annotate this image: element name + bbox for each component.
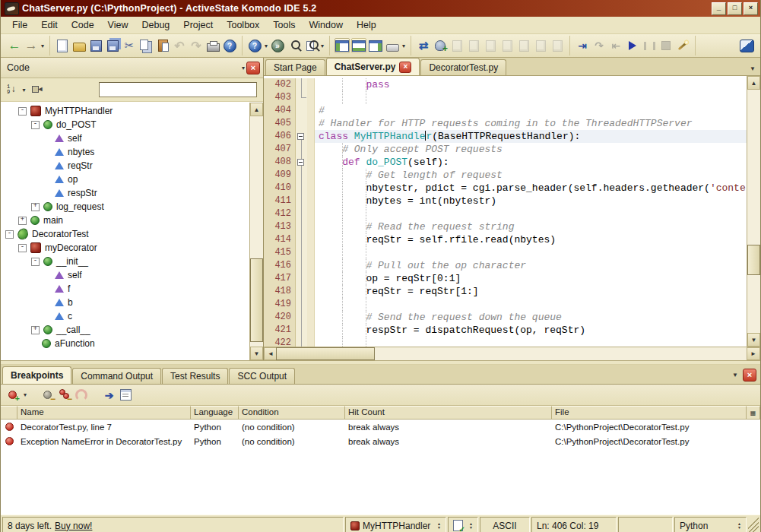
menu-project[interactable]: Project (176, 17, 220, 33)
tab-scc-output[interactable]: SCC Output (229, 368, 295, 384)
code-text[interactable] (315, 207, 747, 220)
dropdown-caret-icon[interactable]: ▾ (402, 43, 405, 49)
tree-item-self[interactable]: self (1, 268, 249, 282)
code-text[interactable]: class MyHTTPHandler(BaseHTTPRequestHandl… (315, 130, 747, 143)
web-icon[interactable]: ? (247, 38, 262, 53)
close-button[interactable]: × (744, 2, 758, 15)
sort-order-icon[interactable]: 19↓ (7, 84, 16, 95)
menu-code[interactable]: Code (65, 17, 101, 33)
tab-start-page[interactable]: Start Page (265, 59, 325, 75)
tree-item-nbytes[interactable]: nbytes (1, 145, 249, 159)
language-segment[interactable]: Python ▲▼ (674, 517, 747, 532)
fold-margin[interactable] (296, 233, 307, 246)
new-file-icon[interactable] (55, 38, 70, 53)
expand-icon[interactable]: + (31, 203, 40, 211)
expand-icon[interactable]: + (18, 217, 27, 225)
copy-icon[interactable] (138, 38, 154, 53)
column-picker-icon[interactable]: ▦ (747, 406, 760, 420)
forward-icon[interactable]: → (24, 38, 39, 53)
column-header-hit-count[interactable]: Hit Count (345, 406, 552, 420)
delete-breakpoint-button[interactable] (74, 388, 88, 402)
menu-toolbox[interactable]: Toolbox (220, 17, 266, 33)
fold-margin[interactable] (296, 285, 307, 298)
tree-item-aFunction[interactable]: aFunction (1, 337, 249, 350)
code-text[interactable]: # Read the request string (315, 220, 747, 233)
code-text[interactable]: reqStr = reqStr[1:] (315, 285, 747, 298)
collapse-icon[interactable]: - (31, 258, 40, 266)
tree-item-self[interactable]: self (1, 131, 249, 145)
komodo-icon[interactable] (739, 38, 754, 53)
fold-margin[interactable] (296, 130, 307, 143)
maximize-button[interactable]: □ (728, 2, 742, 15)
breakpoint-margin[interactable] (307, 311, 315, 324)
breakpoint-margin[interactable] (307, 259, 315, 272)
minimize-button[interactable]: _ (712, 2, 726, 15)
run-icon[interactable] (625, 38, 640, 53)
breakpoint-margin[interactable] (307, 143, 315, 156)
breakpoint-margin[interactable] (307, 220, 315, 233)
scc-sync-icon[interactable]: ⇄ (416, 38, 431, 53)
cut-icon[interactable]: ✂ (122, 38, 137, 53)
tree-item-b[interactable]: b (1, 296, 249, 309)
column-header-condition[interactable]: Condition (239, 406, 345, 420)
tree-item-reqStr[interactable]: reqStr (1, 159, 249, 173)
column-header-icon[interactable] (1, 406, 17, 420)
breakpoint-margin[interactable] (307, 207, 315, 220)
tab-list-dropdown-icon[interactable]: ▼ (750, 65, 760, 72)
tab-chatserver-py[interactable]: ChatServer.py× (326, 58, 420, 75)
fold-margin[interactable] (296, 298, 307, 311)
fold-margin[interactable] (296, 272, 307, 285)
tree-item-op[interactable]: op (1, 173, 249, 186)
menu-file[interactable]: File (5, 17, 34, 33)
breakpoint-margin[interactable] (307, 78, 315, 91)
tree-item-c[interactable]: c (1, 309, 249, 323)
editor-vscrollbar[interactable]: ▲ ▼ (747, 76, 760, 347)
tree-scrollbar[interactable]: ▲ ▼ (249, 103, 263, 360)
current-symbol-segment[interactable]: MyHTTPHandler ▲▼ (345, 517, 446, 532)
collapse-icon[interactable]: - (18, 107, 27, 116)
collapse-icon[interactable]: - (31, 121, 40, 129)
scroll-down-icon[interactable]: ▼ (747, 333, 760, 347)
code-text[interactable]: def do_POST(self): (315, 156, 747, 169)
tree-item-main[interactable]: +main (1, 214, 249, 227)
breakpoint-margin[interactable] (307, 104, 315, 117)
breakpoint-margin[interactable] (307, 233, 315, 246)
menu-help[interactable]: Help (350, 17, 383, 33)
save-all-icon[interactable] (105, 38, 120, 53)
code-text[interactable]: # Only accept POST requests (315, 143, 747, 156)
scroll-up-icon[interactable]: ▲ (250, 103, 263, 116)
breakpoint-margin[interactable] (307, 130, 315, 143)
code-editor[interactable]: 402 pass403404#405# Handler for HTTP req… (264, 76, 747, 347)
editor-vscroll-thumb[interactable] (747, 245, 760, 275)
breakpoint-row[interactable]: DecoratorTest.py, line 7Python(no condit… (1, 420, 760, 434)
syntax-spinner-icon[interactable]: ▲▼ (469, 522, 473, 530)
fold-margin[interactable] (296, 143, 307, 156)
delete-all-breakpoints-button[interactable]: − (57, 388, 71, 402)
tree-item-doPOST[interactable]: -do_POST (1, 118, 249, 131)
panel-dropdown-icon[interactable]: ▼ (732, 372, 738, 378)
breakpoint-row[interactable]: Exception NameError in DecoratorTest.pyP… (1, 434, 760, 448)
step-in-icon[interactable]: ⇥ (575, 38, 590, 53)
stop-icon[interactable] (658, 38, 674, 53)
fold-margin[interactable] (296, 337, 307, 347)
tree-item-MyHTTPHandler[interactable]: -MyHTTPHandler (1, 104, 249, 118)
menu-view[interactable]: View (101, 17, 135, 33)
pane-right-icon[interactable] (368, 38, 383, 53)
scc-delete-icon[interactable] (499, 38, 515, 53)
buy-now-link[interactable]: Buy now! (55, 521, 92, 531)
breakpoint-margin[interactable] (307, 272, 315, 285)
code-text[interactable]: op = reqStr[0:1] (315, 272, 747, 285)
fold-margin[interactable] (296, 246, 307, 259)
scc-revert-icon[interactable] (483, 38, 498, 53)
preview-icon[interactable]: » (270, 38, 285, 53)
breakpoint-margin[interactable] (307, 337, 315, 347)
breakpoint-margin[interactable] (307, 156, 315, 169)
add-breakpoint-button[interactable]: + (5, 388, 20, 402)
undo-icon[interactable]: ↶ (172, 38, 187, 53)
scc-add-icon[interactable] (433, 38, 448, 53)
tree-item-respStr[interactable]: respStr (1, 186, 249, 200)
sort-dropdown-icon[interactable]: ▾ (22, 87, 25, 93)
collapse-icon[interactable]: - (5, 230, 14, 239)
fold-margin[interactable] (296, 259, 307, 272)
scroll-down-icon[interactable]: ▼ (250, 347, 263, 360)
